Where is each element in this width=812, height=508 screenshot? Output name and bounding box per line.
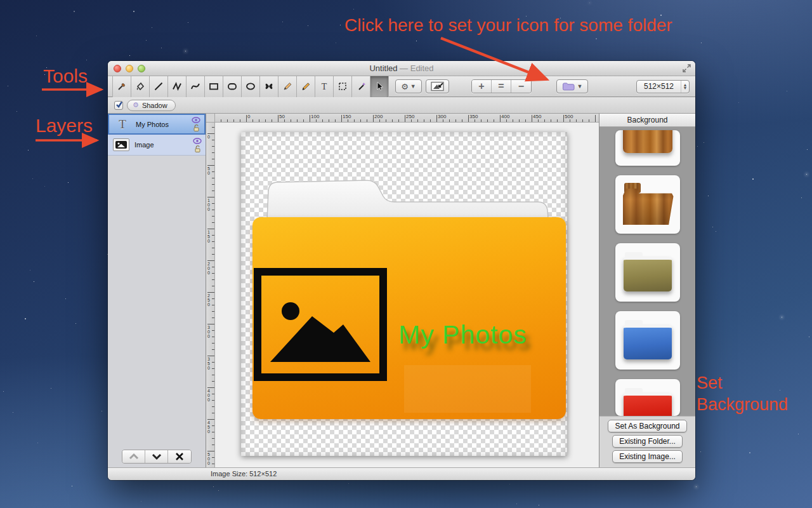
shapes-butterfly-tool[interactable] — [260, 76, 278, 97]
zoom-in-button[interactable]: + — [472, 80, 492, 93]
zoom-out-button[interactable]: − — [511, 80, 531, 93]
canvas-size-value: 512×512 — [637, 82, 681, 91]
visibility-eye-icon[interactable] — [193, 138, 202, 144]
tools-group: T — [112, 76, 389, 97]
ellipse-tool[interactable] — [242, 76, 260, 97]
layers-panel: T My Photos Image — [108, 114, 206, 467]
brush-tool[interactable] — [278, 76, 297, 97]
paint-bucket-tool[interactable] — [131, 76, 150, 97]
lock-open-icon[interactable] — [194, 145, 201, 152]
thumbnail-red-folder[interactable] — [615, 379, 680, 416]
text-tool[interactable]: T — [315, 76, 334, 97]
rounded-rectangle-tool[interactable] — [223, 76, 242, 97]
annotation-layers: Layers — [36, 115, 93, 137]
shadow-checkbox[interactable] — [114, 101, 123, 110]
zoom-actual-button[interactable]: = — [492, 80, 511, 93]
move-layer-up-button[interactable] — [122, 450, 145, 463]
options-bar: ⚙ Shadow — [108, 97, 695, 114]
line-tool[interactable] — [150, 76, 168, 97]
image-import-icon — [431, 81, 445, 92]
rectangle-tool[interactable] — [205, 76, 223, 97]
folder-icon — [562, 82, 575, 91]
existing-folder-button[interactable]: Existing Folder... — [612, 435, 683, 448]
annotation-tools: Tools — [43, 65, 88, 87]
set-as-background-button[interactable]: Set As Background — [608, 420, 686, 432]
lock-open-icon[interactable] — [193, 124, 200, 131]
canvas-area: 050100150200250300350400450500 050100150… — [206, 114, 599, 467]
ruler-corner — [206, 114, 215, 123]
visibility-eye-icon[interactable] — [192, 117, 200, 123]
window-title: Untitled — Edited — [108, 64, 695, 73]
thumbnail-olive-folder[interactable] — [615, 243, 680, 302]
annotation-set-background: Set Background — [697, 372, 811, 415]
canvas-viewport[interactable]: My Photos — [215, 123, 599, 467]
marquee-selection-tool[interactable] — [334, 76, 352, 97]
background-panel: Background — [599, 114, 695, 467]
fullscreen-icon[interactable] — [683, 64, 691, 72]
photo-pictogram — [254, 268, 387, 381]
thumbnail-blue-folder[interactable] — [615, 311, 680, 370]
move-arrow-tool[interactable] — [370, 76, 389, 97]
app-window: Untitled — Edited — [108, 61, 695, 480]
gear-icon: ⚙ — [133, 101, 139, 109]
horizontal-ruler: 050100150200250300350400450500 — [215, 114, 599, 123]
thumbnail-wood-folder-closed[interactable] — [615, 130, 680, 166]
vertical-ruler: 050100150200250300350400450500 — [206, 123, 215, 467]
polyline-tool[interactable] — [168, 76, 187, 97]
background-thumbnail-list[interactable] — [599, 127, 695, 416]
canvas-document[interactable]: My Photos — [241, 132, 567, 456]
image-size-status: Image Size: 512×512 — [211, 470, 277, 478]
magic-wand-tool[interactable] — [352, 76, 370, 97]
pencil-tool[interactable] — [297, 76, 315, 97]
status-bar: Image Size: 512×512 — [108, 467, 695, 480]
text-layer-icon: T — [113, 117, 132, 131]
curve-tool[interactable] — [187, 76, 205, 97]
background-panel-title: Background — [599, 114, 695, 127]
gear-icon: ⚙ — [401, 82, 409, 91]
svg-text:T: T — [322, 82, 327, 91]
desktop: Click here to set your icon for some fol… — [0, 0, 812, 508]
layers-empty-area — [108, 156, 206, 448]
thumbnail-wood-folder-open[interactable] — [615, 175, 680, 234]
chevron-down-icon: ▼ — [577, 83, 583, 90]
titlebar[interactable]: Untitled — Edited — [108, 61, 695, 76]
layer-controls — [108, 448, 206, 467]
canvas-size-stepper[interactable]: 512×512 ▲▼ — [636, 80, 690, 93]
folder-title-text[interactable]: My Photos — [398, 320, 527, 350]
stepper-arrows[interactable]: ▲▼ — [681, 81, 689, 93]
image-layer-icon — [112, 138, 131, 151]
toolbar: T ⚙▼ — [108, 76, 695, 97]
layer-row-my-photos[interactable]: T My Photos — [108, 114, 206, 135]
gear-dropdown-button[interactable]: ⚙▼ — [395, 79, 422, 93]
zoom-segmented-control: + = − — [471, 79, 532, 93]
set-folder-icon-dropdown[interactable]: ▼ — [556, 79, 588, 93]
move-layer-down-button[interactable] — [145, 450, 168, 463]
eyedropper-tool[interactable] — [113, 76, 131, 97]
delete-layer-button[interactable] — [168, 450, 191, 463]
image-import-button[interactable] — [426, 79, 449, 93]
shadow-label: Shadow — [142, 102, 167, 109]
existing-image-button[interactable]: Existing Image... — [612, 450, 683, 463]
annotation-set-icon-note: Click here to set your icon for some fol… — [344, 15, 672, 36]
chevron-down-icon: ▼ — [410, 83, 416, 90]
layer-row-image[interactable]: Image — [108, 135, 206, 156]
shadow-settings-button[interactable]: ⚙ Shadow — [127, 100, 176, 111]
background-buttons: Set As Background Existing Folder... Exi… — [599, 416, 695, 467]
